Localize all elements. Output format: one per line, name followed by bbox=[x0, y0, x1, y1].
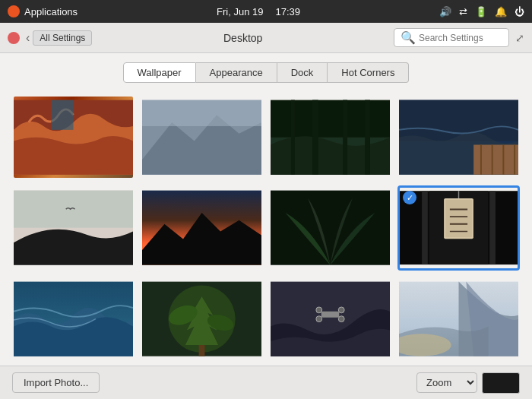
tab-dock[interactable]: Dock bbox=[277, 62, 328, 83]
wallpaper-item-1[interactable] bbox=[12, 95, 135, 179]
wallpaper-thumb-5 bbox=[14, 187, 133, 268]
wallpaper-grid bbox=[0, 90, 532, 366]
svg-rect-8 bbox=[473, 144, 518, 174]
close-button[interactable]: × bbox=[8, 32, 20, 44]
window-titlebar: × ‹ All Settings Desktop 🔍 ⤢ bbox=[0, 23, 532, 53]
wallpaper-item-6[interactable] bbox=[141, 185, 263, 270]
svg-point-39 bbox=[338, 315, 344, 321]
system-topbar: Applications Fri, Jun 19 17:39 🔊 ⇄ 🔋 🔔 ⏻ bbox=[0, 0, 532, 23]
svg-rect-3 bbox=[142, 100, 261, 126]
all-settings-button[interactable]: All Settings bbox=[33, 30, 92, 46]
search-input[interactable] bbox=[419, 33, 502, 43]
network-icon: ⇄ bbox=[459, 6, 467, 17]
wallpaper-thumb-12 bbox=[399, 278, 518, 359]
tab-wallpaper[interactable]: Wallpaper bbox=[123, 62, 196, 83]
svg-rect-31 bbox=[199, 345, 205, 356]
wallpaper-thumb-8 bbox=[400, 188, 518, 268]
power-icon: ⏻ bbox=[515, 6, 524, 17]
svg-rect-16 bbox=[271, 191, 390, 265]
search-icon: 🔍 bbox=[401, 30, 416, 45]
wallpaper-item-4[interactable] bbox=[397, 95, 520, 179]
battery-icon: 🔋 bbox=[475, 6, 487, 17]
search-box[interactable]: 🔍 bbox=[394, 28, 509, 47]
tab-appearance[interactable]: Appearance bbox=[196, 62, 277, 83]
wallpaper-thumb-9 bbox=[14, 278, 133, 359]
back-button[interactable]: ‹ bbox=[26, 31, 30, 45]
wallpaper-item-7[interactable] bbox=[269, 185, 391, 270]
svg-point-37 bbox=[338, 307, 344, 313]
import-photo-button[interactable]: Import Photo... bbox=[12, 372, 100, 393]
back-nav: ‹ All Settings bbox=[26, 30, 92, 46]
wallpaper-thumb-2 bbox=[142, 97, 261, 178]
svg-point-36 bbox=[316, 307, 322, 313]
app-icon bbox=[8, 5, 20, 17]
wallpaper-thumb-4 bbox=[399, 97, 518, 178]
wallpaper-item-11[interactable] bbox=[269, 277, 391, 361]
tab-hot-corners[interactable]: Hot Corners bbox=[328, 62, 409, 83]
wallpaper-item-2[interactable] bbox=[141, 95, 263, 179]
svg-rect-7 bbox=[399, 100, 518, 141]
svg-point-38 bbox=[316, 315, 322, 321]
wallpaper-item-12[interactable] bbox=[397, 277, 520, 361]
wallpaper-thumb-10 bbox=[142, 278, 261, 359]
wallpaper-thumb-7 bbox=[271, 187, 390, 268]
maximize-button[interactable]: ⤢ bbox=[515, 32, 524, 44]
wallpaper-thumb-11 bbox=[271, 278, 390, 359]
svg-rect-27 bbox=[489, 192, 496, 265]
bottom-bar: Import Photo... Zoom Stretch Center Tile bbox=[0, 366, 532, 399]
zoom-controls: Zoom Stretch Center Tile bbox=[416, 372, 520, 394]
wallpaper-thumb-1 bbox=[14, 97, 133, 178]
time-display: 17:39 bbox=[275, 6, 300, 17]
zoom-select[interactable]: Zoom Stretch Center Tile bbox=[416, 372, 477, 393]
svg-rect-1 bbox=[51, 100, 73, 130]
tabs-row: Wallpaper Appearance Dock Hot Corners bbox=[0, 53, 532, 90]
wallpaper-thumb-3 bbox=[271, 97, 390, 178]
svg-rect-26 bbox=[422, 192, 428, 265]
wallpaper-thumb-6 bbox=[142, 187, 261, 268]
wallpaper-item-5[interactable] bbox=[12, 185, 135, 270]
wallpaper-item-8[interactable] bbox=[397, 185, 520, 270]
wallpaper-item-9[interactable] bbox=[12, 277, 135, 361]
svg-rect-14 bbox=[14, 191, 133, 228]
color-swatch[interactable] bbox=[482, 372, 520, 394]
svg-rect-35 bbox=[321, 312, 340, 318]
wallpaper-item-3[interactable] bbox=[269, 95, 391, 179]
wallpaper-item-10[interactable] bbox=[141, 277, 263, 361]
desktop-settings-window: × ‹ All Settings Desktop 🔍 ⤢ Wallpaper A… bbox=[0, 23, 532, 399]
window-title: Desktop bbox=[98, 32, 388, 44]
date-display: Fri, Jun 19 bbox=[217, 6, 263, 17]
volume-icon: 🔊 bbox=[439, 6, 451, 17]
app-label: Applications bbox=[24, 6, 78, 17]
notification-icon: 🔔 bbox=[495, 6, 507, 17]
